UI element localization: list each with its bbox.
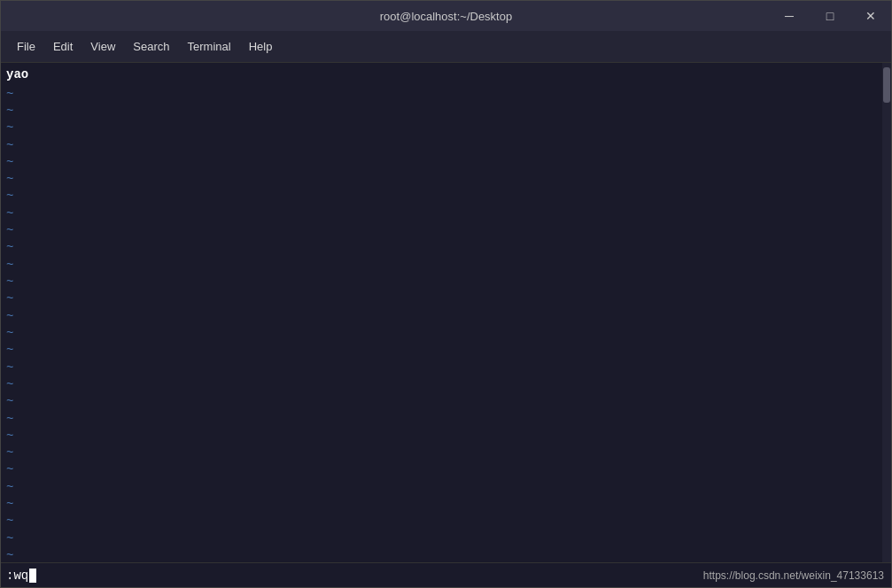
tilde-line: ~: [6, 137, 877, 154]
tilde-line: ~: [6, 274, 877, 290]
menu-file[interactable]: File: [8, 36, 44, 57]
tilde-line: ~: [6, 547, 877, 562]
command-line: :wq: [6, 569, 36, 583]
tilde-line: ~: [6, 154, 877, 171]
menu-edit[interactable]: Edit: [44, 36, 81, 57]
maximize-button[interactable]: □: [810, 1, 850, 31]
tilde-line: ~: [6, 308, 877, 325]
tilde-line: ~: [6, 342, 877, 359]
tilde-line: ~: [6, 103, 877, 120]
close-button[interactable]: ✕: [850, 1, 891, 31]
menu-bar: File Edit View Search Terminal Help: [1, 31, 891, 63]
tilde-line: ~: [6, 479, 877, 496]
editor-content[interactable]: yao ~ ~ ~ ~ ~ ~ ~ ~ ~ ~ ~ ~ ~ ~ ~ ~ ~ ~ …: [1, 63, 882, 562]
terminal-window: root@localhost:~/Desktop ─ □ ✕ File Edit…: [0, 0, 892, 588]
tilde-line: ~: [6, 290, 877, 307]
scrollbar[interactable]: [882, 63, 891, 562]
window-title: root@localhost:~/Desktop: [380, 10, 512, 23]
tilde-line: ~: [6, 360, 877, 376]
tilde-lines: ~ ~ ~ ~ ~ ~ ~ ~ ~ ~ ~ ~ ~ ~ ~ ~ ~ ~ ~ ~: [6, 86, 877, 562]
tilde-line: ~: [6, 86, 877, 103]
tilde-line: ~: [6, 393, 877, 410]
menu-terminal[interactable]: Terminal: [179, 36, 240, 57]
tilde-line: ~: [6, 205, 877, 222]
tilde-line: ~: [6, 496, 877, 513]
scrollbar-thumb[interactable]: [883, 67, 890, 103]
tilde-line: ~: [6, 530, 877, 547]
tilde-line: ~: [6, 411, 877, 428]
tilde-line: ~: [6, 513, 877, 530]
status-bar: :wq https://blog.csdn.net/weixin_4713361…: [1, 562, 891, 587]
minimize-button[interactable]: ─: [769, 1, 810, 31]
status-url: https://blog.csdn.net/weixin_47133613: [703, 569, 884, 582]
tilde-line: ~: [6, 120, 877, 136]
tilde-line: ~: [6, 257, 877, 274]
tilde-line: ~: [6, 461, 877, 478]
window-controls: ─ □ ✕: [769, 1, 891, 31]
tilde-line: ~: [6, 171, 877, 188]
tilde-line: ~: [6, 188, 877, 205]
editor-first-line: yao: [6, 66, 877, 84]
tilde-line: ~: [6, 325, 877, 342]
title-bar: root@localhost:~/Desktop ─ □ ✕: [1, 1, 891, 31]
tilde-line: ~: [6, 445, 877, 461]
terminal-body: yao ~ ~ ~ ~ ~ ~ ~ ~ ~ ~ ~ ~ ~ ~ ~ ~ ~ ~ …: [1, 63, 891, 562]
tilde-line: ~: [6, 428, 877, 445]
menu-search[interactable]: Search: [124, 36, 178, 57]
menu-help[interactable]: Help: [240, 36, 282, 57]
tilde-line: ~: [6, 376, 877, 393]
menu-view[interactable]: View: [81, 36, 124, 57]
tilde-line: ~: [6, 239, 877, 256]
tilde-line: ~: [6, 222, 877, 239]
command-text: :wq: [6, 569, 28, 583]
cursor: [29, 569, 36, 583]
